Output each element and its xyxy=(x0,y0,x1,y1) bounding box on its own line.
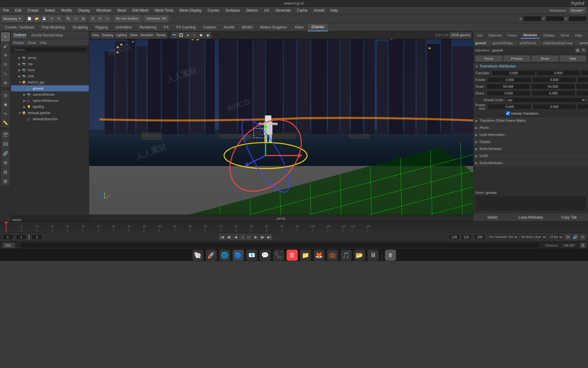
live-surface-btn[interactable]: No Live Surface xyxy=(114,15,141,22)
save-scene-btn[interactable]: 💾 xyxy=(41,15,47,22)
dock-email[interactable]: 📧 xyxy=(246,250,257,261)
tab-xgen[interactable]: XGen xyxy=(291,23,308,31)
tree-item-defaultobjectset[interactable]: ◻defaultObjectSet xyxy=(11,116,89,122)
snap-grid-btn[interactable]: ⊞ xyxy=(80,15,87,22)
right-tab-focus[interactable]: Focus xyxy=(505,32,519,39)
redo-btn[interactable]: ↻ xyxy=(55,15,62,22)
frame-end-left[interactable] xyxy=(32,234,42,240)
tab-animation[interactable]: Animation xyxy=(112,23,136,31)
char-set-dropdown[interactable]: No Character Set xyxy=(488,234,518,240)
dock-music[interactable]: 🎵 xyxy=(341,250,352,261)
translate-y[interactable] xyxy=(536,70,580,76)
notes-content[interactable] xyxy=(475,196,586,211)
outliner-help[interactable]: Help xyxy=(40,41,47,44)
menu-generate[interactable]: Generate xyxy=(272,7,294,14)
menu-edit-mesh[interactable]: Edit Mesh xyxy=(129,7,152,14)
translate-z[interactable] xyxy=(581,70,588,76)
tab-rigging[interactable]: Rigging xyxy=(92,23,112,31)
dock-launchpad[interactable]: 🚀 xyxy=(206,250,217,261)
tool-universal[interactable]: ⊕ xyxy=(1,79,10,87)
menu-surfaces[interactable]: Surfaces xyxy=(222,7,243,14)
right-tab-help[interactable]: Help xyxy=(573,32,585,39)
tab-curves-surfaces[interactable]: Curves / Surfaces xyxy=(1,23,38,31)
menu-create[interactable]: Create xyxy=(24,7,42,14)
scale-btn[interactable]: ⤡ xyxy=(104,15,111,22)
pb-prev-key[interactable]: ◀| xyxy=(226,234,232,240)
anim-layer-dropdown[interactable]: No Anim Layer xyxy=(520,234,547,240)
tab-rendering[interactable]: Rendering xyxy=(136,23,160,31)
tree-item-top[interactable]: ▶ 📷top xyxy=(11,61,89,67)
rotate-btn[interactable]: ↻ xyxy=(97,15,104,22)
right-tab-attributes[interactable]: Attributes xyxy=(521,32,540,39)
tab-fx[interactable]: FX xyxy=(160,23,173,31)
dock-files[interactable]: 📁 xyxy=(300,250,311,261)
pb-go-end[interactable]: ▶| xyxy=(266,234,272,240)
menu-mesh[interactable]: Mesh xyxy=(114,7,129,14)
tab-custom[interactable]: Custom xyxy=(200,23,220,31)
dock-chrome[interactable]: 🌐 xyxy=(219,250,230,261)
move-btn[interactable]: ✛ xyxy=(89,15,96,22)
range-end2[interactable] xyxy=(474,234,485,240)
section-pivots-header[interactable]: ▶ Pivots xyxy=(473,124,588,131)
tool-paint[interactable]: 🖌 xyxy=(1,42,10,50)
dock-maya[interactable]: 🔵 xyxy=(233,250,244,261)
dock-finder[interactable]: 🐚 xyxy=(192,250,203,261)
vp-view[interactable]: View xyxy=(91,32,100,38)
status-icon-1[interactable]: ⚙ xyxy=(580,243,586,248)
tool-rotate[interactable]: ↻ xyxy=(1,60,10,69)
tool-snapping[interactable]: 🔗 xyxy=(1,149,10,158)
vp-camera-sel[interactable]: 📷 xyxy=(171,32,177,38)
menu-display[interactable]: Display xyxy=(75,7,93,14)
breadcrumb-shading[interactable]: initialShadingGroup xyxy=(543,41,573,45)
tool-soft[interactable]: ◉ xyxy=(1,100,10,109)
mel-python-toggle[interactable]: MEL xyxy=(2,243,15,248)
tree-item-persp[interactable]: ▶ 📷persp xyxy=(11,55,89,61)
outliner-display[interactable]: Display xyxy=(13,41,24,44)
transform-section-header[interactable]: ▼ Transform Attributes xyxy=(473,63,588,70)
vp-grid-btn[interactable]: ⊞ xyxy=(185,32,191,38)
pb-loop[interactable]: ⟲ xyxy=(579,234,586,240)
outliner-hscroll[interactable] xyxy=(11,218,89,221)
lasso-btn[interactable]: ⬡ xyxy=(73,15,79,22)
tool-render-seq[interactable]: 🎞 xyxy=(1,140,10,148)
dock-folder2[interactable]: 📂 xyxy=(354,250,365,261)
section-display-header[interactable]: ▶ Display xyxy=(473,138,588,145)
vp-renderer[interactable]: Renderer xyxy=(139,32,155,38)
vp-show[interactable]: Show xyxy=(129,32,139,38)
right-tab-selected[interactable]: Selected xyxy=(486,32,504,39)
pb-slider-handle[interactable] xyxy=(28,235,30,240)
rotate-y[interactable] xyxy=(532,77,576,82)
z-input[interactable] xyxy=(568,16,587,21)
shear-y[interactable] xyxy=(531,90,575,96)
menu-uv[interactable]: UV xyxy=(261,7,273,14)
transform-icon-2[interactable]: ✎ xyxy=(581,48,586,53)
breadcrumb-ground[interactable]: ground xyxy=(475,41,486,45)
right-tab-list[interactable]: List xyxy=(475,32,485,39)
breadcrumb-polyplane[interactable]: polyPlane1 xyxy=(520,41,536,45)
rotate-order-select[interactable]: xyzyzxzxy xyxy=(506,97,586,103)
new-scene-btn[interactable]: 📄 xyxy=(26,15,33,22)
vp-lighting[interactable]: Lighting xyxy=(115,32,128,38)
section-offset-matrix-header[interactable]: ▶ Transform Offset Parent Matrix xyxy=(473,117,588,124)
select-btn[interactable]: ↖ xyxy=(65,15,72,22)
pb-prev-frame[interactable]: ◀ xyxy=(232,234,239,240)
search-input[interactable] xyxy=(13,47,87,52)
scale-x[interactable] xyxy=(486,84,530,89)
pb-play-fwd[interactable]: ▷ xyxy=(246,234,252,240)
menu-cache[interactable]: Cache xyxy=(294,7,311,14)
vp-panels[interactable]: Panels xyxy=(155,32,167,38)
open-scene-btn[interactable]: 📂 xyxy=(33,15,40,22)
rotate-axis-y[interactable] xyxy=(532,104,576,109)
tree-item-front[interactable]: ▶ 📷front xyxy=(11,67,89,73)
vp-wireframe-btn[interactable]: ⬡ xyxy=(191,32,198,38)
tool-measure[interactable]: 📏 xyxy=(1,118,10,127)
dock-skype[interactable]: 📞 xyxy=(273,250,284,261)
hide-btn[interactable]: Hide xyxy=(560,56,586,62)
select-btn-attr[interactable]: Select xyxy=(473,213,512,222)
dock-messages[interactable]: 💬 xyxy=(260,250,271,261)
scale-y[interactable] xyxy=(531,84,575,89)
section-limit-info-header[interactable]: ▶ Limit Information xyxy=(473,131,588,138)
dock-slack[interactable]: 💼 xyxy=(327,250,338,261)
y-input[interactable] xyxy=(546,16,564,21)
tree-item-ground[interactable]: ◻ground xyxy=(11,85,89,91)
